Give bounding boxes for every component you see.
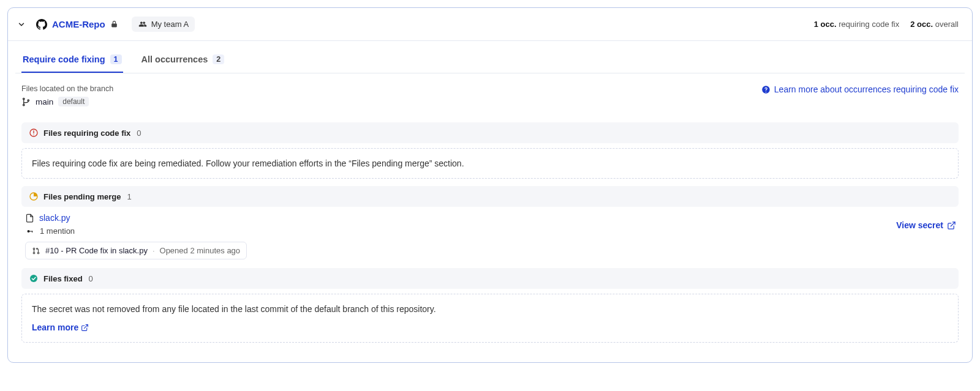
repo-link[interactable]: ACME-Repo	[36, 19, 118, 30]
tab-label: Require code fixing	[23, 54, 105, 64]
files-requiring-fix-note: Files requiring code fix are being remed…	[21, 148, 959, 179]
file-entry: slack.py 1 mention #10 - PR Code fix in …	[21, 207, 959, 263]
learn-more-label: Learn more	[32, 322, 78, 332]
section-count: 1	[127, 192, 131, 201]
occurrence-summary: 1 occ. requiring code fix 2 occ. overall	[814, 20, 959, 29]
section-files-fixed: Files fixed 0	[21, 268, 959, 289]
section-files-pending-merge: Files pending merge 1	[21, 186, 959, 207]
separator-dot: ·	[153, 246, 155, 255]
occ-overall-label: overall	[935, 20, 959, 29]
svg-point-15	[30, 275, 37, 282]
pr-time: Opened 2 minutes ago	[160, 246, 241, 255]
tab-badge: 1	[110, 54, 122, 64]
occ-fix-count: 1 occ.	[814, 20, 837, 29]
view-secret-button[interactable]: View secret	[896, 213, 956, 230]
files-fixed-note: The secret was not removed from any file…	[21, 294, 959, 343]
learn-more-occurrences-label: Learn more about occurrences requiring c…	[774, 84, 959, 94]
section-files-requiring-fix: Files requiring code fix 0	[21, 122, 959, 143]
section-title: Files requiring code fix	[43, 128, 130, 138]
mention-count: 1 mention	[40, 226, 75, 236]
svg-line-16	[85, 324, 88, 328]
repo-name: ACME-Repo	[52, 19, 105, 29]
panel-header: ACME-Repo My team A 1 occ. requiring cod…	[8, 8, 972, 40]
svg-point-8	[28, 230, 30, 233]
check-circle-icon	[29, 274, 39, 283]
occ-overall-count: 2 occ.	[910, 20, 933, 29]
section-title: Files fixed	[43, 274, 83, 283]
key-icon	[25, 228, 35, 235]
file-name: slack.py	[39, 213, 70, 223]
repo-secret-panel: ACME-Repo My team A 1 occ. requiring cod…	[7, 7, 973, 363]
external-link-icon	[81, 324, 89, 332]
branch-caption: Files located on the branch	[21, 84, 113, 93]
lock-icon	[110, 20, 118, 28]
tab-badge: 2	[213, 54, 224, 64]
divider	[8, 40, 972, 41]
svg-line-14	[951, 222, 955, 226]
default-branch-tag: default	[58, 97, 89, 106]
learn-more-occurrences-link[interactable]: Learn more about occurrences requiring c…	[761, 84, 959, 94]
mention-row: 1 mention	[25, 226, 247, 236]
section-count: 0	[137, 128, 141, 138]
occ-fix-label: requiring code fix	[839, 20, 899, 29]
clock-icon	[29, 192, 39, 201]
file-icon	[25, 214, 34, 223]
section-count: 0	[89, 274, 93, 283]
pull-request-icon	[32, 247, 40, 255]
team-label: My team A	[151, 20, 189, 29]
team-chip[interactable]: My team A	[132, 17, 195, 32]
tab-require-code-fixing[interactable]: Require code fixing 1	[21, 54, 123, 73]
section-title: Files pending merge	[43, 192, 121, 201]
svg-rect-10	[32, 231, 32, 233]
pr-chip[interactable]: #10 - PR Code fix in slack.py · Opened 2…	[25, 242, 247, 259]
chevron-down-icon	[17, 20, 26, 29]
branch-block: Files located on the branch main default	[21, 84, 113, 106]
external-link-icon	[947, 221, 956, 230]
alert-circle-icon	[29, 128, 39, 138]
branch-name: main	[36, 97, 53, 106]
team-icon	[138, 20, 148, 28]
view-secret-label: View secret	[896, 220, 943, 230]
tab-label: All occurrences	[141, 54, 208, 64]
note-text: Files requiring code fix are being remed…	[32, 158, 464, 168]
github-icon	[36, 19, 47, 30]
pr-label: #10 - PR Code fix in slack.py	[45, 246, 148, 255]
learn-more-link[interactable]: Learn more	[32, 322, 89, 332]
help-circle-icon	[761, 85, 771, 94]
collapse-toggle[interactable]	[14, 17, 29, 32]
tab-all-occurrences[interactable]: All occurrences 2	[140, 54, 226, 73]
tabs-bar: Require code fixing 1 All occurrences 2	[8, 54, 972, 73]
file-link[interactable]: slack.py	[25, 213, 247, 223]
note-text: The secret was not removed from any file…	[32, 304, 948, 314]
branch-icon	[21, 97, 31, 106]
svg-point-6	[33, 135, 34, 135]
